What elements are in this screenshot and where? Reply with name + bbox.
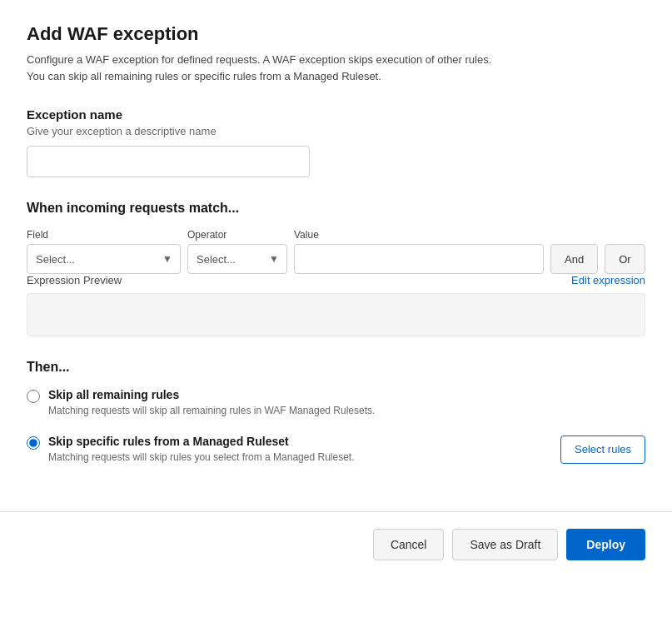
- expression-section: Expression Preview Edit expression: [27, 274, 645, 336]
- match-fields-row: Field Select... ▼ Operator Select... ▼: [27, 229, 645, 274]
- footer-divider: [0, 511, 672, 512]
- cancel-button[interactable]: Cancel: [373, 529, 445, 560]
- then-section: Then... Skip all remaining rules Matchin…: [27, 360, 645, 465]
- radio-skip-all-content: Skip all remaining rules Matching reques…: [48, 388, 645, 418]
- radio-option-skip-all: Skip all remaining rules Matching reques…: [27, 388, 645, 418]
- radio-skip-specific-title: Skip specific rules from a Managed Rules…: [48, 435, 355, 448]
- operator-column-label: Operator: [187, 229, 287, 241]
- edit-expression-link[interactable]: Edit expression: [571, 274, 645, 286]
- radio-skip-all-title: Skip all remaining rules: [48, 388, 645, 401]
- then-title: Then...: [27, 360, 645, 375]
- and-button[interactable]: And: [550, 244, 598, 274]
- radio-option-skip-specific: Skip specific rules from a Managed Rules…: [27, 435, 645, 465]
- radio-skip-specific[interactable]: [27, 436, 40, 450]
- expression-label: Expression Preview: [27, 274, 122, 286]
- field-select-wrapper: Select... ▼: [27, 244, 181, 274]
- when-section: When incoming requests match... Field Se…: [27, 201, 645, 274]
- field-column: Field Select... ▼: [27, 229, 181, 274]
- exception-name-label: Exception name: [27, 107, 645, 122]
- value-input[interactable]: [294, 244, 544, 274]
- value-column-label: Value: [294, 229, 544, 241]
- operator-select[interactable]: Select...: [187, 244, 287, 274]
- page-container: Add WAF exception Configure a WAF except…: [0, 0, 672, 511]
- radio-skip-specific-text: Skip specific rules from a Managed Rules…: [48, 435, 355, 465]
- radio-skip-all[interactable]: [27, 390, 40, 403]
- exception-name-input[interactable]: [27, 146, 310, 177]
- radio-option-row: Skip specific rules from a Managed Rules…: [48, 435, 645, 465]
- expression-header: Expression Preview Edit expression: [27, 274, 645, 286]
- expression-preview-box: [27, 293, 645, 336]
- page-title: Add WAF exception: [27, 23, 645, 45]
- operator-column: Operator Select... ▼: [187, 229, 287, 274]
- exception-name-sublabel: Give your exception a descriptive name: [27, 125, 645, 137]
- radio-skip-all-description: Matching requests will skip all remainin…: [48, 404, 645, 418]
- or-button[interactable]: Or: [605, 244, 645, 274]
- save-draft-button[interactable]: Save as Draft: [452, 529, 558, 560]
- exception-name-section: Exception name Give your exception a des…: [27, 107, 645, 177]
- field-column-label: Field: [27, 229, 181, 241]
- when-section-title: When incoming requests match...: [27, 201, 645, 216]
- radio-skip-specific-description: Matching requests will skip rules you se…: [48, 450, 355, 465]
- select-rules-button[interactable]: Select rules: [560, 435, 645, 464]
- page-description: Configure a WAF exception for defined re…: [27, 52, 645, 84]
- deploy-button[interactable]: Deploy: [566, 529, 645, 560]
- field-select[interactable]: Select...: [27, 244, 181, 274]
- operator-select-wrapper: Select... ▼: [187, 244, 287, 274]
- footer-actions: Cancel Save as Draft Deploy: [0, 529, 672, 580]
- radio-skip-specific-content: Skip specific rules from a Managed Rules…: [48, 435, 645, 465]
- value-column: Value: [294, 229, 544, 274]
